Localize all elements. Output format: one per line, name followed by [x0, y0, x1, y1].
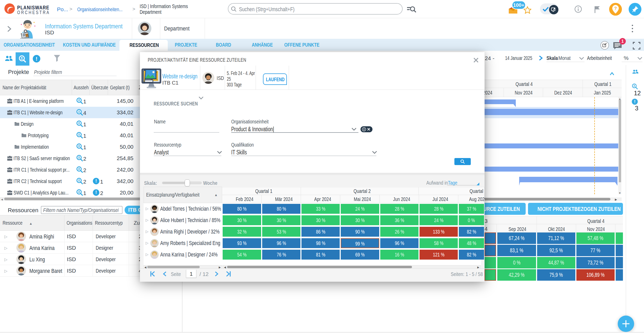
svg-text:?: ? [614, 6, 617, 11]
